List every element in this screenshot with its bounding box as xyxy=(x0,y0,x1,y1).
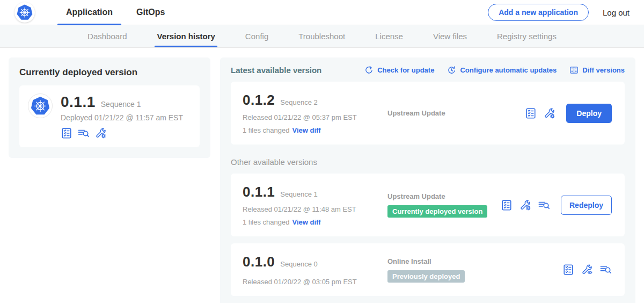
add-new-application-button[interactable]: Add a new application xyxy=(488,4,589,21)
redeploy-button[interactable]: Redeploy xyxy=(561,196,612,215)
version-card-0-1-2: 0.1.2 Sequence 2 Released 01/21/22 @ 05:… xyxy=(231,82,625,145)
view-diff-link[interactable]: View diff xyxy=(292,218,320,226)
files-changed: 1 files changedView diff xyxy=(243,126,376,134)
subnav-version-history[interactable]: Version history xyxy=(157,25,215,47)
version-source-block: Online Install Previously deployed xyxy=(376,257,562,283)
deployed-version-card: 0.1.1 Sequence 1 Deployed 01/21/22 @ 11:… xyxy=(19,85,200,147)
configure-automatic-updates-link[interactable]: Configure automatic updates xyxy=(447,66,557,75)
edit-config-icon[interactable] xyxy=(95,127,107,139)
version-sequence: Sequence 0 xyxy=(280,260,317,268)
tab-application[interactable]: Application xyxy=(54,0,125,25)
main-content: Currently deployed version 0.1.1 Sequenc… xyxy=(0,48,644,303)
edit-config-icon[interactable] xyxy=(519,199,531,211)
version-source: Upstream Update xyxy=(387,192,501,200)
check-for-update-label: Check for update xyxy=(377,66,434,74)
released-timestamp: Released 01/21/22 @ 05:37 pm EST xyxy=(243,113,376,121)
subnav-view-files[interactable]: View files xyxy=(433,25,467,47)
subnav-registry-settings[interactable]: Registry settings xyxy=(497,25,557,47)
subnav-config[interactable]: Config xyxy=(245,25,268,47)
other-versions-header: Other available versions xyxy=(231,157,625,167)
deployed-version-number: 0.1.1 xyxy=(61,93,96,111)
tab-gitops-label: GitOps xyxy=(136,8,165,17)
release-notes-icon[interactable] xyxy=(525,107,537,119)
release-notes-icon[interactable] xyxy=(61,127,72,139)
tab-gitops[interactable]: GitOps xyxy=(125,0,177,25)
subnav-license-label: License xyxy=(375,32,403,41)
deploy-logs-icon[interactable] xyxy=(78,127,90,139)
view-diff-link[interactable]: View diff xyxy=(292,126,320,134)
version-source-block: Upstream Update xyxy=(376,109,525,117)
deploy-logs-icon[interactable] xyxy=(600,264,612,276)
version-sequence: Sequence 2 xyxy=(280,98,317,106)
version-info: 0.1.2 Sequence 2 Released 01/21/22 @ 05:… xyxy=(243,92,376,134)
subnav-troubleshoot[interactable]: Troubleshoot xyxy=(298,25,345,47)
diff-versions-label: Diff versions xyxy=(582,66,625,74)
subnav-license[interactable]: License xyxy=(375,25,403,47)
subnav-registry-settings-label: Registry settings xyxy=(497,32,557,41)
version-number: 0.1.0 xyxy=(243,254,275,270)
subnav-view-files-label: View files xyxy=(433,32,467,41)
version-actions-block: Deploy xyxy=(525,104,613,123)
diff-versions-link[interactable]: Diff versions xyxy=(569,66,625,75)
version-card-0-1-1: 0.1.1 Sequence 1 Released 01/21/22 @ 11:… xyxy=(231,174,625,236)
diff-icon xyxy=(569,66,579,75)
schedule-update-icon xyxy=(447,66,456,75)
release-notes-icon[interactable] xyxy=(501,199,513,211)
deploy-logs-icon[interactable] xyxy=(538,199,550,211)
tab-application-label: Application xyxy=(66,8,113,17)
version-number: 0.1.2 xyxy=(243,92,275,109)
versions-panel: Latest available version Check for updat… xyxy=(220,57,635,303)
deployed-timestamp: Deployed 01/21/22 @ 11:57 am EST xyxy=(61,113,183,122)
released-timestamp: Released 01/20/22 @ 03:05 pm EST xyxy=(243,278,376,286)
app-subnav: Dashboard Version history Config Trouble… xyxy=(0,25,644,48)
files-changed-count: 1 files changed xyxy=(243,126,289,134)
currently-deployed-panel: Currently deployed version 0.1.1 Sequenc… xyxy=(9,57,210,158)
version-actions: Check for update Configure automatic upd… xyxy=(364,66,625,75)
deployed-sequence: Sequence 1 xyxy=(101,100,141,109)
version-source: Upstream Update xyxy=(387,109,525,117)
files-changed: 1 files changedView diff xyxy=(243,218,376,226)
version-actions-block xyxy=(562,264,613,276)
check-for-update-link[interactable]: Check for update xyxy=(364,66,434,75)
edit-config-icon[interactable] xyxy=(544,107,555,119)
kubernetes-logo-icon xyxy=(14,2,35,23)
version-card-0-1-0: 0.1.0 Sequence 0 Released 01/20/22 @ 03:… xyxy=(231,243,625,296)
deployed-version-info: 0.1.1 Sequence 1 Deployed 01/21/22 @ 11:… xyxy=(61,93,183,139)
subnav-dashboard[interactable]: Dashboard xyxy=(87,25,127,47)
refresh-icon xyxy=(364,66,374,75)
released-timestamp: Released 01/21/22 @ 11:48 am EST xyxy=(243,205,376,213)
currently-deployed-badge: Currently deployed version xyxy=(387,205,487,218)
deployed-panel-title: Currently deployed version xyxy=(19,67,200,78)
version-info: 0.1.1 Sequence 1 Released 01/21/22 @ 11:… xyxy=(243,184,376,226)
version-sequence: Sequence 1 xyxy=(280,190,317,198)
app-tabs: Application GitOps xyxy=(54,0,177,25)
version-number: 0.1.1 xyxy=(243,184,275,200)
files-changed-count: 1 files changed xyxy=(243,218,289,226)
versions-panel-header: Latest available version Check for updat… xyxy=(231,66,625,75)
subnav-version-history-label: Version history xyxy=(157,32,215,41)
view-config-icon[interactable] xyxy=(581,264,593,276)
release-notes-icon[interactable] xyxy=(562,264,574,276)
version-source-block: Upstream Update Currently deployed versi… xyxy=(376,192,501,218)
app-kubernetes-icon xyxy=(28,93,53,118)
deploy-button[interactable]: Deploy xyxy=(566,104,612,123)
subnav-troubleshoot-label: Troubleshoot xyxy=(298,32,345,41)
top-navbar: Application GitOps Add a new application… xyxy=(0,0,644,25)
version-source: Online Install xyxy=(387,257,562,265)
version-info: 0.1.0 Sequence 0 Released 01/20/22 @ 03:… xyxy=(243,254,376,286)
version-actions-block: Redeploy xyxy=(501,196,613,215)
previously-deployed-badge: Previously deployed xyxy=(387,270,465,283)
navbar-right: Add a new application Log out xyxy=(488,4,630,21)
logout-button[interactable]: Log out xyxy=(603,8,630,17)
latest-version-header: Latest available version xyxy=(231,66,321,75)
subnav-dashboard-label: Dashboard xyxy=(87,32,127,41)
subnav-config-label: Config xyxy=(245,32,268,41)
configure-automatic-updates-label: Configure automatic updates xyxy=(460,66,557,74)
